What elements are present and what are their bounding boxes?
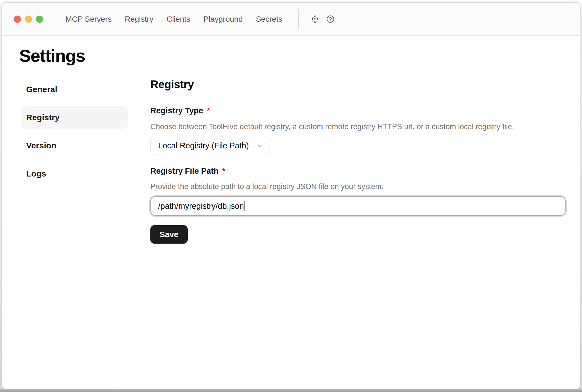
required-asterisk: * [207,106,210,116]
settings-gear-button[interactable] [309,13,321,25]
registry-type-select[interactable]: Local Registry (File Path) [150,137,270,155]
help-button[interactable] [325,13,336,25]
top-navigation: MCP Servers Registry Clients Playground … [65,15,282,23]
sidebar-item-version[interactable]: Version [21,134,128,157]
minimize-window-button[interactable] [25,16,32,23]
settings-page: Settings General Registry Version Logs R… [2,36,580,389]
registry-file-path-input[interactable]: /path/myregistry/db.json [150,196,566,216]
nav-item-mcp-servers[interactable]: MCP Servers [65,15,112,23]
registry-settings-panel: Registry Registry Type * Choose between … [150,78,566,244]
registry-file-path-description: Provide the absolute path to a local reg… [150,182,566,192]
settings-sidebar: General Registry Version Logs [21,78,128,244]
maximize-window-button[interactable] [36,16,43,23]
registry-type-selected-value: Local Registry (File Path) [158,141,249,150]
registry-file-path-label: Registry File Path [150,166,219,176]
chevron-down-icon [256,142,263,150]
app-window: MCP Servers Registry Clients Playground … [2,3,580,389]
nav-item-clients[interactable]: Clients [167,15,190,23]
nav-divider [298,9,299,30]
desktop-background: MCP Servers Registry Clients Playground … [0,0,582,392]
close-window-button[interactable] [14,16,21,23]
registry-type-description: Choose between ToolHive default registry… [150,122,566,132]
gear-icon [311,15,319,23]
save-button[interactable]: Save [150,225,188,244]
section-heading: Registry [150,78,566,91]
nav-item-registry[interactable]: Registry [125,15,153,23]
traffic-lights [14,16,43,23]
screen-bottom-edge [0,389,582,392]
registry-file-path-value: /path/myregistry/db.json [158,202,244,211]
registry-type-label: Registry Type [150,106,203,116]
nav-item-playground[interactable]: Playground [203,15,243,23]
nav-item-secrets[interactable]: Secrets [256,15,282,23]
registry-type-label-row: Registry Type * [150,106,566,116]
sidebar-item-general[interactable]: General [21,78,128,101]
registry-file-path-label-row: Registry File Path * [150,166,566,176]
sidebar-item-logs[interactable]: Logs [21,163,128,185]
required-asterisk: * [222,166,225,176]
sidebar-item-registry[interactable]: Registry [21,106,128,129]
help-icon [326,15,334,23]
page-title: Settings [19,46,580,65]
text-cursor [244,201,245,211]
window-titlebar: MCP Servers Registry Clients Playground … [2,3,580,36]
